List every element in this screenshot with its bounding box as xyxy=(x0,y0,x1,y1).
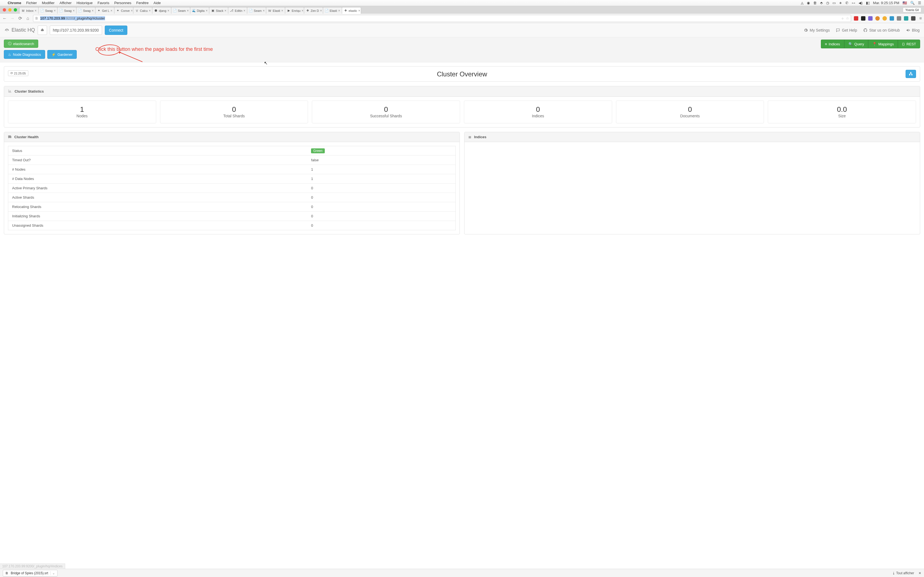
gardener-button[interactable]: ⚡ Gardener xyxy=(47,50,77,59)
menubar-volume-icon[interactable]: ◀) xyxy=(859,1,863,5)
window-maximize-button[interactable] xyxy=(14,8,17,11)
get-help-link[interactable]: Get Help xyxy=(836,28,857,32)
ext-icon[interactable] xyxy=(861,16,866,21)
ext-icon[interactable] xyxy=(897,16,901,21)
browser-tab[interactable]: MInbox× xyxy=(19,7,39,14)
rest-tab-button[interactable]: ⟨⟩REST xyxy=(898,40,920,48)
menu-favoris[interactable]: Favoris xyxy=(98,1,110,5)
tab-close-icon[interactable]: × xyxy=(73,9,74,13)
browser-tab[interactable]: 📄Seam× xyxy=(171,7,190,14)
ext-icon[interactable] xyxy=(904,16,908,21)
tab-close-icon[interactable]: × xyxy=(168,9,170,13)
menubar-bt-icon[interactable]: ∗ xyxy=(839,1,842,5)
menubar-dropbox-icon[interactable]: ⬘ xyxy=(820,1,823,5)
chrome-user-badge[interactable]: Yoanis Gil xyxy=(903,7,921,12)
tab-close-icon[interactable]: × xyxy=(320,9,322,13)
browser-tab[interactable]: ⬢djang× xyxy=(152,7,171,14)
chrome-menu-button[interactable]: ≡ xyxy=(919,16,922,21)
connection-url-input[interactable] xyxy=(50,26,102,35)
sitemap-button[interactable] xyxy=(38,26,47,35)
browser-tab[interactable]: 📄Seam× xyxy=(247,7,266,14)
ext-icon[interactable] xyxy=(868,16,872,21)
back-button[interactable]: ← xyxy=(2,16,7,21)
tab-close-icon[interactable]: × xyxy=(131,9,133,13)
tab-close-icon[interactable]: × xyxy=(187,9,189,13)
ext-icon[interactable] xyxy=(911,16,916,21)
browser-tab[interactable]: ❖Zen D× xyxy=(304,7,323,14)
home-button[interactable]: ⌂ xyxy=(25,16,30,21)
browser-tab[interactable]: 🌊Digita× xyxy=(190,7,209,14)
menubar-battery-icon[interactable]: ▮▯ xyxy=(866,1,870,5)
tab-close-icon[interactable]: × xyxy=(92,9,94,13)
menu-personnes[interactable]: Personnes xyxy=(114,1,131,5)
menu-aide[interactable]: Aide xyxy=(153,1,161,5)
menubar-spotlight-icon[interactable]: 🔍 xyxy=(910,1,915,5)
tab-close-icon[interactable]: × xyxy=(35,9,37,13)
indices-tab-button[interactable]: ≡Indices xyxy=(821,40,844,48)
ext-icon[interactable] xyxy=(882,16,887,21)
tab-close-icon[interactable]: × xyxy=(358,9,360,13)
tab-close-icon[interactable]: × xyxy=(225,9,226,13)
browser-tab[interactable]: WElasti× xyxy=(266,7,285,14)
menu-fichier[interactable]: Fichier xyxy=(26,1,37,5)
translate-icon[interactable]: ⟐ xyxy=(842,16,844,20)
tab-close-icon[interactable]: × xyxy=(263,9,265,13)
favicon: W xyxy=(268,9,272,13)
menubar-drive-icon[interactable]: ◬ xyxy=(801,1,804,5)
menubar-clock[interactable]: Mar. 9:25:15 PM xyxy=(873,1,899,5)
tab-close-icon[interactable]: × xyxy=(338,9,340,13)
browser-tab[interactable]: 📄Swag× xyxy=(76,7,95,14)
github-link[interactable]: Star us on GitHub xyxy=(863,28,900,32)
forward-button[interactable]: → xyxy=(10,16,15,21)
refresh-time-badge[interactable]: ⟳ 21:25:05 xyxy=(8,70,28,76)
brand[interactable]: Elastic HQ xyxy=(5,27,35,33)
bookmark-star-icon[interactable]: ☆ xyxy=(846,16,849,20)
tab-close-icon[interactable]: × xyxy=(149,9,151,13)
menubar-clock-icon[interactable]: ◷ xyxy=(826,1,829,5)
tab-close-icon[interactable]: × xyxy=(302,9,304,13)
browser-tab[interactable]: 📄Elasti× xyxy=(323,7,342,14)
menubar-phone-icon[interactable]: ✆ xyxy=(845,1,848,5)
menubar-trash-icon[interactable]: 🗑 xyxy=(813,1,817,5)
mappings-tab-button[interactable]: 📍Mappings xyxy=(868,40,898,48)
health-val: 0 xyxy=(307,221,456,230)
cluster-topology-button[interactable] xyxy=(906,70,916,78)
browser-tab[interactable]: ❖elastic× xyxy=(342,7,361,14)
window-minimize-button[interactable] xyxy=(8,8,11,11)
menu-afficher[interactable]: Afficher xyxy=(60,1,71,5)
menu-fenetre[interactable]: Fenêtre xyxy=(136,1,149,5)
tab-close-icon[interactable]: × xyxy=(281,9,283,13)
connect-button[interactable]: Connect xyxy=(105,26,127,35)
node-diagnostics-button[interactable]: ♨ Node Diagnostics xyxy=(4,50,45,59)
my-settings-link[interactable]: My Settings xyxy=(804,28,830,32)
menubar-notif-icon[interactable]: ☰ xyxy=(918,1,921,5)
reload-button[interactable]: ⟳ xyxy=(18,16,23,21)
omnibox[interactable]: 🗎 107.170.203.99:9200/_plugin/hq/#cluste… xyxy=(33,15,851,22)
browser-tab[interactable]: VCalcu× xyxy=(133,7,152,14)
menubar-app-icon[interactable]: ◉ xyxy=(807,1,810,5)
tab-close-icon[interactable]: × xyxy=(111,9,113,13)
query-tab-button[interactable]: 🔍Query xyxy=(844,40,868,48)
ext-icon[interactable] xyxy=(854,16,858,21)
tab-close-icon[interactable]: × xyxy=(243,9,245,13)
ext-icon[interactable] xyxy=(890,16,894,21)
browser-tab[interactable]: 📄Swag× xyxy=(38,7,58,14)
tab-close-icon[interactable]: × xyxy=(53,9,55,13)
blog-link[interactable]: Blog xyxy=(906,28,919,32)
browser-tab[interactable]: ▶Enriqu× xyxy=(285,7,304,14)
menu-historique[interactable]: Historique xyxy=(76,1,93,5)
app-menu[interactable]: Chrome xyxy=(8,1,21,5)
menubar-display-icon[interactable]: ▭ xyxy=(832,1,836,5)
ext-icon[interactable] xyxy=(876,16,880,21)
browser-tab[interactable]: ✦Get L× xyxy=(95,7,115,14)
browser-tab[interactable]: ✦Conve× xyxy=(114,7,133,14)
cluster-name-button[interactable]: ⓘ elasticsearch xyxy=(4,40,38,48)
browser-tab[interactable]: ⎇Editin× xyxy=(228,7,247,14)
menu-modifier[interactable]: Modifier xyxy=(42,1,55,5)
tab-close-icon[interactable]: × xyxy=(206,9,208,13)
browser-tab[interactable]: ▣Stack× xyxy=(209,7,228,14)
window-close-button[interactable] xyxy=(3,8,6,11)
browser-tab[interactable]: 📄Swag× xyxy=(57,7,76,14)
menubar-flag-icon[interactable]: 🇺🇸 xyxy=(903,1,907,5)
menubar-wifi-icon[interactable]: ⧟ xyxy=(852,1,855,5)
